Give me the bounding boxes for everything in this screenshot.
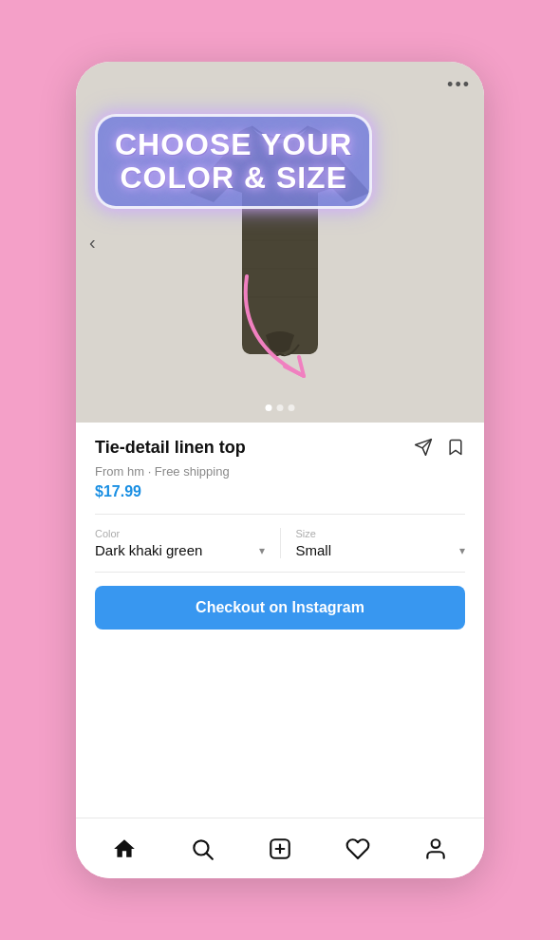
nav-profile[interactable] [410,829,461,869]
size-chevron-icon: ▾ [459,544,465,557]
header-icons [414,438,465,461]
shipping-text: Free shipping [155,464,230,479]
product-title: Tie-detail linen top [95,438,404,458]
nav-likes[interactable] [332,829,383,869]
size-value-row: Small ▾ [296,542,466,558]
checkout-button[interactable]: Checkout on Instagram [95,586,465,630]
color-value-row: Dark khaki green ▾ [95,542,265,558]
product-image-area: ‹ ••• CHOOSE YOUR COLOR & SIZE [76,62,484,423]
choose-banner-text: CHOOSE YOUR COLOR & SIZE [115,128,352,195]
product-header: Tie-detail linen top [95,438,465,461]
color-label: Color [95,528,265,539]
nav-add[interactable] [254,829,306,869]
divider-1 [95,514,465,515]
product-price: $17.99 [95,483,465,500]
more-options-icon[interactable]: ••• [447,75,471,95]
size-option-group[interactable]: Size Small ▾ [281,528,466,558]
brand-name: hm [127,464,144,479]
color-chevron-icon: ▾ [259,544,265,557]
color-value: Dark khaki green [95,542,202,558]
dot-3 [289,404,295,411]
product-meta: From hm · Free shipping [95,464,465,479]
divider-2 [95,572,465,573]
image-back-arrow[interactable]: ‹ [89,232,96,254]
image-dots [266,404,295,411]
nav-home[interactable] [99,829,150,869]
svg-line-7 [207,853,213,858]
options-row: Color Dark khaki green ▾ Size Small ▾ [95,528,465,558]
dot-1 [266,404,272,411]
nav-search[interactable] [177,829,228,869]
phone-frame: ‹ ••• CHOOSE YOUR COLOR & SIZE [76,62,484,878]
dot-2 [277,404,284,411]
color-option-group[interactable]: Color Dark khaki green ▾ [95,528,281,558]
size-value: Small [296,542,332,558]
choose-banner: CHOOSE YOUR COLOR & SIZE [95,114,372,209]
svg-point-11 [432,839,440,848]
size-label: Size [296,528,466,539]
share-icon[interactable] [414,438,433,461]
product-info: Tie-detail linen top From hm · F [76,423,484,818]
bookmark-icon[interactable] [446,438,465,461]
bottom-nav [76,818,484,878]
